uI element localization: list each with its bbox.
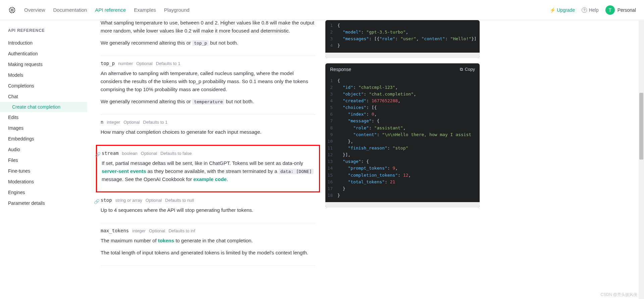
- code-body[interactable]: 1{2 "id": "chatcmpl-123",3 "object": "ch…: [325, 75, 480, 202]
- upgrade-label: Upgrade: [557, 7, 575, 13]
- openai-logo-icon[interactable]: [8, 6, 16, 14]
- code-line: 17 }: [325, 185, 480, 192]
- tokens-link[interactable]: tokens: [158, 238, 174, 243]
- scroll-thumb[interactable]: [639, 93, 643, 160]
- param-header: max_tokens integer Optional Defaults to …: [101, 228, 315, 233]
- sidebar-item-chat[interactable]: Chat: [0, 91, 87, 102]
- sidebar-item-completions[interactable]: Completions: [0, 80, 87, 91]
- sidebar-item-edits[interactable]: Edits: [0, 112, 87, 123]
- param-name: n: [101, 119, 103, 125]
- param-desc: How many chat completion choices to gene…: [101, 128, 315, 136]
- horizontal-scrollbar[interactable]: [325, 53, 480, 58]
- line-code: "usage": {: [337, 158, 369, 165]
- page-scrollbar[interactable]: [639, 20, 644, 299]
- sidebar-item-images[interactable]: Images: [0, 123, 87, 133]
- sidebar-item-audio[interactable]: Audio: [0, 144, 87, 155]
- param-name: max_tokens: [101, 228, 129, 233]
- line-number: 14: [325, 165, 337, 172]
- line-code: "prompt_tokens": 9,: [337, 165, 398, 172]
- param-end: [101, 265, 315, 275]
- sidebar-item-moderations[interactable]: Moderations: [0, 176, 87, 187]
- param-header: top_p number Optional Defaults to 1: [101, 61, 315, 66]
- line-code: "choices": [{: [337, 104, 377, 111]
- param-desc-text: If set, partial message deltas will be s…: [102, 159, 314, 183]
- sse-link[interactable]: server-sent events: [102, 168, 146, 174]
- sidebar-item-introduction[interactable]: Introduction: [0, 38, 87, 48]
- line-code: "model": "gpt-3.5-turbo",: [337, 29, 408, 36]
- param-desc-text: Up to 4 sequences where the API will sto…: [101, 206, 315, 214]
- code-line: 10 },: [325, 138, 480, 145]
- param-desc: Up to 4 sequences where the API will sto…: [101, 206, 315, 214]
- param-desc-text: How many chat completion choices to gene…: [101, 128, 315, 136]
- code-line: 16 "total_tokens": 21: [325, 179, 480, 185]
- sidebar-subitem-create-chat-completion[interactable]: Create chat completion: [0, 102, 87, 112]
- sidebar-item-fine-tunes[interactable]: Fine-tunes: [0, 166, 87, 176]
- param-desc-text: What sampling temperature to use, betwee…: [101, 20, 315, 35]
- nav-api-reference[interactable]: API reference: [95, 7, 126, 13]
- help-label: Help: [589, 7, 599, 13]
- nav-overview[interactable]: Overview: [24, 7, 45, 13]
- help-link[interactable]: ? Help: [582, 7, 599, 13]
- param-default: Defaults to 1: [143, 120, 168, 125]
- param-header: n integer Optional Defaults to 1: [101, 119, 315, 125]
- sidebar-item-files[interactable]: Files: [0, 155, 87, 166]
- avatar: T: [605, 5, 615, 15]
- param-desc: If set, partial message deltas will be s…: [102, 159, 314, 183]
- param-default: Defaults to null: [165, 198, 194, 203]
- code-line: 4 "created": 1677652288,: [325, 98, 480, 104]
- param-default: Defaults to false: [160, 151, 192, 156]
- param-default: Defaults to inf: [168, 228, 195, 233]
- code-line: 8 "role": "assistant",: [325, 125, 480, 131]
- param-name: stop: [101, 197, 112, 203]
- sidebar-item-models[interactable]: Models: [0, 70, 87, 80]
- anchor-link-icon[interactable]: 🔗: [94, 199, 100, 204]
- line-code: "messages": [{"role": "user", "content":…: [337, 36, 477, 42]
- response-code-panel: Response ⧉ Copy 1{2 "id": "chatcmpl-123"…: [325, 63, 480, 208]
- sidebar-title: API REFERENCE: [0, 28, 87, 38]
- sidebar-item-engines[interactable]: Engines: [0, 187, 87, 198]
- line-number: 16: [325, 179, 337, 185]
- line-number: 4: [325, 42, 337, 49]
- right-column: 1{2 "model": "gpt-3.5-turbo",3 "messages…: [322, 20, 486, 299]
- param-optional: Optional: [123, 120, 140, 125]
- line-number: 9: [325, 131, 337, 138]
- line-code: }],: [337, 152, 351, 158]
- param-desc-rec: We generally recommend altering this or …: [101, 98, 315, 106]
- param-type: number: [118, 61, 133, 66]
- code-line: 1{: [325, 22, 480, 29]
- nav-playground[interactable]: Playground: [164, 7, 190, 13]
- upgrade-link[interactable]: ⚡ Upgrade: [550, 7, 575, 13]
- sidebar-item-authentication[interactable]: Authentication: [0, 48, 87, 59]
- sidebar-item-making-requests[interactable]: Making requests: [0, 59, 87, 70]
- code-line: 12 }],: [325, 152, 480, 158]
- anchor-link-icon[interactable]: 🔗: [95, 152, 101, 157]
- copy-button[interactable]: ⧉ Copy: [460, 67, 475, 72]
- help-icon: ?: [582, 7, 587, 13]
- horizontal-scrollbar[interactable]: [325, 202, 480, 207]
- param-type: integer: [132, 228, 146, 233]
- content[interactable]: What sampling temperature to use, betwee…: [87, 20, 322, 299]
- param-header: stop string or array Optional Defaults t…: [101, 197, 315, 203]
- sidebar-item-embeddings[interactable]: Embeddings: [0, 133, 87, 144]
- code-header: Response ⧉ Copy: [325, 63, 480, 75]
- nav-documentation[interactable]: Documentation: [53, 7, 87, 13]
- sidebar-item-parameter-details[interactable]: Parameter details: [0, 198, 87, 208]
- param-desc: An alternative to sampling with temperat…: [101, 69, 315, 106]
- param-optional: Optional: [149, 228, 165, 233]
- param-optional: Optional: [141, 151, 157, 156]
- layout: API REFERENCE IntroductionAuthentication…: [0, 20, 644, 299]
- line-code: "message": {: [337, 118, 379, 124]
- example-code-link[interactable]: example code: [194, 176, 227, 182]
- account-menu[interactable]: T Personal: [605, 5, 636, 15]
- code-line: 13 "usage": {: [325, 158, 480, 165]
- line-number: 3: [325, 36, 337, 42]
- param-temperature: What sampling temperature to use, betwee…: [101, 20, 315, 56]
- line-number: 2: [325, 29, 337, 36]
- code-body[interactable]: 1{2 "model": "gpt-3.5-turbo",3 "messages…: [325, 20, 480, 53]
- param-desc-rec: We generally recommend altering this or …: [101, 39, 315, 47]
- nav-examples[interactable]: Examples: [134, 7, 156, 13]
- code-line: 11 "finish_reason": "stop": [325, 145, 480, 152]
- line-code: "created": 1677652288,: [337, 98, 400, 104]
- code-line: 9 "content": "\n\nHello there, how may I…: [325, 131, 480, 138]
- param-stop: 🔗 stop string or array Optional Defaults…: [101, 192, 315, 223]
